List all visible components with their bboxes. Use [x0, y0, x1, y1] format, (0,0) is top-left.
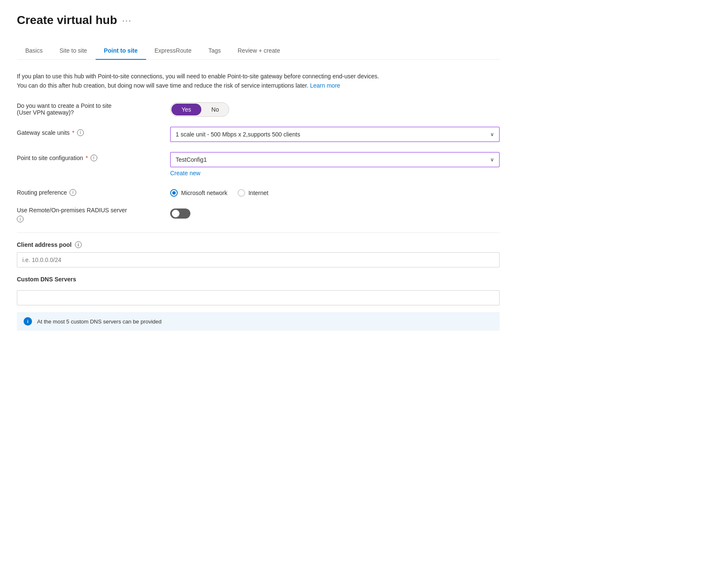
create-p2s-label: Do you want to create a Point to site (U…: [17, 102, 160, 116]
routing-info-icon[interactable]: i: [69, 189, 76, 196]
gateway-scale-info-icon[interactable]: i: [77, 129, 84, 136]
p2s-config-info-icon[interactable]: i: [91, 155, 97, 161]
tab-tags[interactable]: Tags: [200, 42, 230, 60]
routing-radio-group: Microsoft network Internet: [170, 187, 500, 197]
routing-internet-option[interactable]: Internet: [238, 189, 268, 197]
routing-microsoft-option[interactable]: Microsoft network: [170, 189, 227, 197]
learn-more-link[interactable]: Learn more: [310, 82, 340, 89]
yes-no-toggle-control: Yes No: [170, 102, 500, 117]
dns-info-banner-icon: i: [24, 317, 32, 326]
gateway-scale-label: Gateway scale units * i: [17, 127, 160, 136]
create-new-link[interactable]: Create new: [170, 170, 200, 176]
routing-internet-radio[interactable]: [238, 189, 245, 197]
routing-microsoft-radio[interactable]: [170, 189, 178, 197]
radius-row: Use Remote/On-premises RADIUS server i: [17, 207, 500, 223]
radius-info-icon[interactable]: i: [17, 216, 24, 222]
custom-dns-title: Custom DNS Servers: [17, 276, 500, 283]
tab-basics[interactable]: Basics: [17, 42, 51, 60]
page-title-row: Create virtual hub ···: [17, 13, 500, 27]
routing-preference-row: Routing preference i Microsoft network I…: [17, 187, 500, 197]
client-pool-input[interactable]: [17, 252, 500, 267]
create-p2s-row: Do you want to create a Point to site (U…: [17, 102, 500, 117]
client-pool-title: Client address pool: [17, 241, 72, 248]
custom-dns-input[interactable]: [17, 290, 500, 305]
no-option[interactable]: No: [201, 104, 229, 115]
routing-microsoft-label: Microsoft network: [181, 190, 227, 196]
tab-site-to-site[interactable]: Site to site: [51, 42, 95, 60]
gateway-scale-value: 1 scale unit - 500 Mbps x 2,supports 500…: [176, 131, 300, 138]
required-marker: *: [72, 129, 74, 136]
gateway-scale-arrow-icon: ∨: [490, 131, 494, 137]
radius-toggle[interactable]: [170, 208, 190, 219]
radius-label-container: Use Remote/On-premises RADIUS server i: [17, 207, 160, 223]
section-divider: [17, 233, 500, 233]
client-pool-info-icon[interactable]: i: [75, 241, 82, 248]
p2s-config-arrow-icon: ∨: [490, 157, 494, 163]
p2s-required-marker: *: [86, 155, 88, 161]
yes-no-toggle[interactable]: Yes No: [170, 102, 229, 117]
gateway-scale-dropdown-control: 1 scale unit - 500 Mbps x 2,supports 500…: [170, 127, 500, 142]
dns-info-banner: i At the most 5 custom DNS servers can b…: [17, 312, 500, 331]
tab-point-to-site[interactable]: Point to site: [96, 42, 146, 60]
radius-label: Use Remote/On-premises RADIUS server: [17, 207, 160, 214]
client-address-pool-section: Client address pool i: [17, 241, 500, 267]
dns-info-text: At the most 5 custom DNS servers can be …: [37, 318, 162, 325]
client-pool-title-row: Client address pool i: [17, 241, 500, 248]
page-title: Create virtual hub: [17, 13, 117, 27]
yes-option[interactable]: Yes: [171, 104, 201, 115]
custom-dns-section: Custom DNS Servers: [17, 276, 500, 305]
tab-expressroute[interactable]: ExpressRoute: [146, 42, 200, 60]
gateway-scale-row: Gateway scale units * i 1 scale unit - 5…: [17, 127, 500, 142]
tab-bar: Basics Site to site Point to site Expres…: [17, 42, 500, 60]
tab-review-create[interactable]: Review + create: [229, 42, 289, 60]
p2s-config-value: TestConfig1: [176, 156, 207, 163]
radius-toggle-control: [170, 207, 500, 219]
p2s-config-control: TestConfig1 ∨ Create new: [170, 152, 500, 176]
p2s-config-row: Point to site configuration * i TestConf…: [17, 152, 500, 176]
p2s-config-label: Point to site configuration * i: [17, 152, 160, 161]
routing-internet-label: Internet: [249, 190, 268, 196]
p2s-config-dropdown[interactable]: TestConfig1 ∨: [170, 152, 500, 167]
description-text: If you plan to use this hub with Point-t…: [17, 72, 379, 91]
ellipsis-button[interactable]: ···: [122, 16, 132, 25]
routing-preference-label: Routing preference i: [17, 187, 160, 196]
gateway-scale-dropdown[interactable]: 1 scale unit - 500 Mbps x 2,supports 500…: [170, 127, 500, 142]
